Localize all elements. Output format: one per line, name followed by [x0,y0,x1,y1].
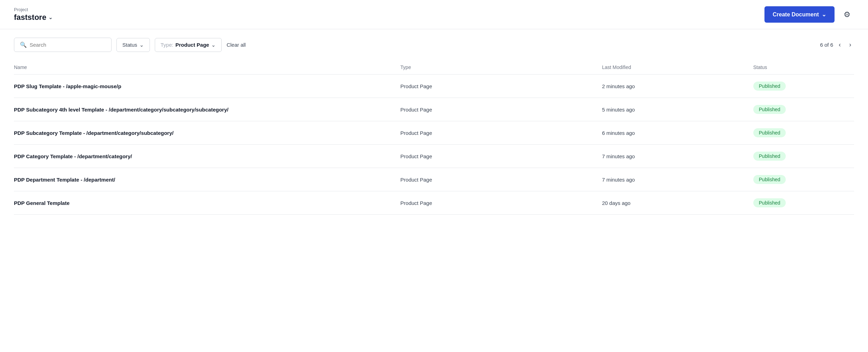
status-badge: Published [753,82,786,91]
project-info: Project faststore ⌄ [14,7,53,22]
header: Project faststore ⌄ Create Document ⌄ ⚙ [0,0,868,29]
chevron-left-icon: ‹ [839,41,841,48]
table-header-row: Name Type Last Modified Status [14,60,854,75]
table-row[interactable]: PDP General TemplateProduct Page20 days … [14,191,854,215]
project-label: Project [14,7,53,12]
status-badge: Published [753,105,786,114]
cell-name: PDP Category Template - /department/cate… [14,145,401,168]
cell-type: Product Page [401,121,602,145]
table-row[interactable]: PDP Subcategory Template - /department/c… [14,121,854,145]
pagination-next-button[interactable]: › [846,40,854,50]
pagination-prev-button[interactable]: ‹ [836,40,844,50]
cell-type: Product Page [401,145,602,168]
create-document-button[interactable]: Create Document ⌄ [764,6,835,23]
table-row[interactable]: PDP Category Template - /department/cate… [14,145,854,168]
clear-all-button[interactable]: Clear all [227,42,246,48]
status-badge: Published [753,175,786,184]
type-filter-button[interactable]: Type: Product Page ⌄ [155,38,222,52]
col-header-status: Status [753,60,854,75]
search-input[interactable] [30,42,106,48]
create-document-chevron-icon: ⌄ [822,11,826,18]
cell-name: PDP General Template [14,191,401,215]
cell-name: PDP Department Template - /department/ [14,168,401,191]
create-document-label: Create Document [773,12,819,18]
cell-name: PDP Subcategory Template - /department/c… [14,121,401,145]
search-icon: 🔍 [20,41,27,48]
col-header-name: Name [14,60,401,75]
cell-status: Published [753,75,854,98]
col-header-type: Type [401,60,602,75]
cell-status: Published [753,145,854,168]
cell-name: PDP Slug Template - /apple-magic-mouse/p [14,75,401,98]
status-filter-button[interactable]: Status ⌄ [116,38,150,52]
cell-status: Published [753,98,854,121]
settings-button[interactable]: ⚙ [840,8,854,22]
cell-last-modified: 2 minutes ago [602,75,753,98]
pagination-text: 6 of 6 [820,42,833,48]
project-name-dropdown[interactable]: faststore ⌄ [14,13,53,22]
type-filter-chevron-icon: ⌄ [211,42,216,48]
toolbar: 🔍 Status ⌄ Type: Product Page ⌄ Clear al… [0,29,868,60]
cell-type: Product Page [401,75,602,98]
type-filter-prefix: Type: [161,42,174,48]
cell-last-modified: 7 minutes ago [602,168,753,191]
table-row[interactable]: PDP Slug Template - /apple-magic-mouse/p… [14,75,854,98]
table-row[interactable]: PDP Department Template - /department/Pr… [14,168,854,191]
clear-all-label: Clear all [227,42,246,48]
chevron-right-icon: › [849,41,851,48]
gear-icon: ⚙ [844,10,851,19]
col-header-modified: Last Modified [602,60,753,75]
cell-status: Published [753,121,854,145]
content-area: Name Type Last Modified Status PDP Slug … [0,60,868,215]
cell-last-modified: 6 minutes ago [602,121,753,145]
cell-last-modified: 5 minutes ago [602,98,753,121]
search-box: 🔍 [14,38,112,52]
table-row[interactable]: PDP Subcategory 4th level Template - /de… [14,98,854,121]
project-name-text: faststore [14,13,46,22]
pagination: 6 of 6 ‹ › [820,40,854,50]
status-filter-chevron-icon: ⌄ [139,42,144,48]
status-badge: Published [753,152,786,161]
status-filter-label: Status [122,42,137,48]
status-badge: Published [753,128,786,137]
cell-last-modified: 7 minutes ago [602,145,753,168]
cell-status: Published [753,191,854,215]
cell-last-modified: 20 days ago [602,191,753,215]
cell-type: Product Page [401,168,602,191]
cell-type: Product Page [401,98,602,121]
status-badge: Published [753,198,786,207]
header-actions: Create Document ⌄ ⚙ [764,6,854,23]
cell-name: PDP Subcategory 4th level Template - /de… [14,98,401,121]
cell-status: Published [753,168,854,191]
type-filter-value: Product Page [175,42,209,48]
documents-table: Name Type Last Modified Status PDP Slug … [14,60,854,215]
chevron-down-icon: ⌄ [48,15,53,20]
cell-type: Product Page [401,191,602,215]
